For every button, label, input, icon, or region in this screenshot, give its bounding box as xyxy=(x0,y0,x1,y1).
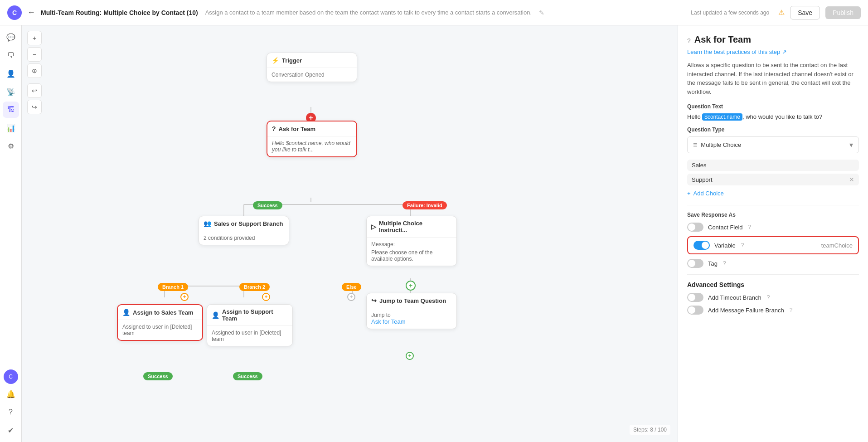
ask-team-label: Ask for Team xyxy=(279,126,315,132)
failure-badge: Failure: Invalid xyxy=(402,201,447,209)
contact-field-label: Contact Field xyxy=(708,224,743,231)
variable-toggle[interactable] xyxy=(693,241,710,250)
sidebar-icon-broadcasts[interactable]: 📡 xyxy=(3,83,19,100)
add-choice-button[interactable]: + Add Choice xyxy=(687,188,724,199)
back-button[interactable]: ← xyxy=(27,8,35,17)
sidebar-icon-conversations[interactable]: 💬 xyxy=(3,29,19,45)
sidebar-icon-notifications[interactable]: 🔔 xyxy=(3,386,19,402)
sidebar-icon-reports[interactable]: 📊 xyxy=(3,120,19,136)
variable-help-icon[interactable]: ? xyxy=(741,242,744,248)
branch2-badge: Branch 2 xyxy=(239,282,270,291)
redo-button[interactable]: ↪ xyxy=(27,100,42,114)
success-badge-support: Success xyxy=(233,372,262,380)
assign-sales-header: 👤 Assign to Sales Team xyxy=(118,305,202,320)
jump-team-link[interactable]: Ask for Team xyxy=(371,318,406,325)
trigger-label: Trigger xyxy=(282,57,302,64)
publish-button[interactable]: Publish xyxy=(825,6,861,19)
failure-branch-row: Add Message Failure Branch ? xyxy=(687,306,859,315)
add-branch1-node[interactable]: + xyxy=(180,293,189,301)
failure-label: Add Message Failure Branch xyxy=(708,307,784,314)
sales-branch-header: 👥 Sales or Support Branch xyxy=(199,216,289,231)
question-type-label: Question Type xyxy=(687,126,859,133)
warning-icon: ⚠ xyxy=(778,8,785,17)
contact-field-help-icon[interactable]: ? xyxy=(748,224,752,230)
best-practices-link[interactable]: Learn the best practices of this step ↗ xyxy=(687,49,859,55)
assign-support-label: Assign to Support Team xyxy=(222,308,288,322)
advanced-settings-label: Advanced Settings xyxy=(687,281,859,288)
assign-support-node[interactable]: 👤 Assign to Support Team Assigned to use… xyxy=(207,304,293,346)
chevron-down-icon: ▾ xyxy=(849,141,853,149)
assign-sales-body: Assigned to user in [Deleted] team xyxy=(118,320,202,340)
timeout-toggle[interactable] xyxy=(687,293,703,302)
question-type-select[interactable]: ≡ Multiple Choice ▾ xyxy=(687,136,859,153)
multiple-choice-node[interactable]: ▷ Multiple Choice Instructi... Message: … xyxy=(366,216,457,266)
assign-sales-node[interactable]: 👤 Assign to Sales Team Assigned to user … xyxy=(117,304,203,341)
question-suffix: , who would you like to talk to? xyxy=(742,113,822,120)
panel-help-icon[interactable]: ? xyxy=(687,37,691,44)
jump-team-node[interactable]: ↪ Jump to Team Question Jump to Ask for … xyxy=(366,293,457,329)
choice-support[interactable]: Support ✕ xyxy=(687,174,859,185)
edit-title-button[interactable]: ✎ xyxy=(539,9,544,16)
delete-choice-support[interactable]: ✕ xyxy=(849,176,854,183)
undo-button[interactable]: ↩ xyxy=(27,83,42,98)
contact-field-toggle[interactable] xyxy=(687,223,703,232)
choice-sales[interactable]: Sales xyxy=(687,160,859,171)
failure-toggle[interactable] xyxy=(687,306,703,315)
add-branch2-node[interactable]: + xyxy=(262,293,270,301)
choice-sales-label: Sales xyxy=(692,162,707,169)
trigger-icon: ⚡ xyxy=(272,57,279,64)
divider-2 xyxy=(687,274,859,275)
ask-team-body: Hello $contact.name, who would you like … xyxy=(267,136,356,156)
question-text-label: Question Text xyxy=(687,103,859,110)
jump-team-body: Jump to Ask for Team xyxy=(367,308,456,329)
timeout-help-icon[interactable]: ? xyxy=(767,294,770,301)
user-avatar[interactable]: C xyxy=(4,369,18,384)
jump-team-header: ↪ Jump to Team Question xyxy=(367,293,456,308)
save-response-label: Save Response As xyxy=(687,212,859,218)
tag-label: Tag xyxy=(708,260,718,267)
trigger-node: ⚡ Trigger Conversation Opened xyxy=(267,53,357,82)
add-else-node[interactable]: + xyxy=(347,293,355,301)
variable-row: Variable ? teamChoice xyxy=(687,236,859,254)
zoom-in-button[interactable]: + xyxy=(27,31,42,45)
trigger-node-header: ⚡ Trigger xyxy=(267,53,357,68)
sidebar-icon-contacts[interactable]: 👤 xyxy=(3,65,19,82)
canvas-tools: + − ⊕ ↩ ↪ xyxy=(27,31,42,114)
assign-support-icon: 👤 xyxy=(212,311,219,319)
else-badge: Else xyxy=(342,282,361,291)
assign-sales-icon: 👤 xyxy=(122,309,130,316)
external-link-icon: ↗ xyxy=(782,49,787,55)
left-sidebar: 💬 🗨 👤 📡 🏗 📊 ⚙ C 🔔 ? ✔ xyxy=(0,25,22,442)
ask-team-icon: ? xyxy=(272,125,276,132)
ask-team-node[interactable]: ? Ask for Team Hello $contact.name, who … xyxy=(267,121,357,157)
zoom-out-button[interactable]: − xyxy=(27,47,42,62)
tag-help-icon[interactable]: ? xyxy=(723,260,726,267)
jump-team-icon: ↪ xyxy=(371,297,377,304)
failure-help-icon[interactable]: ? xyxy=(790,307,793,313)
sidebar-icon-chat[interactable]: 🗨 xyxy=(3,47,19,63)
contact-field-row: Contact Field ? xyxy=(687,223,859,232)
question-type-icon: ≡ xyxy=(693,141,697,149)
sales-branch-node[interactable]: 👥 Sales or Support Branch 2 conditions p… xyxy=(199,216,289,245)
save-button[interactable]: Save xyxy=(790,6,820,19)
sidebar-icon-check[interactable]: ✔ xyxy=(3,422,19,438)
multiple-choice-header: ▷ Multiple Choice Instructi... xyxy=(367,216,456,238)
sidebar-icon-help[interactable]: ? xyxy=(3,404,19,420)
sidebar-divider xyxy=(5,158,17,158)
sidebar-icon-settings[interactable]: ⚙ xyxy=(3,138,19,154)
add-after-multiple-choice[interactable]: + xyxy=(406,281,416,291)
link-text: Learn the best practices of this step xyxy=(687,49,780,55)
right-panel: ? Ask for Team Learn the best practices … xyxy=(678,25,868,442)
add-after-jump[interactable]: + xyxy=(406,352,414,360)
tag-toggle[interactable] xyxy=(687,259,703,268)
flow-canvas[interactable]: + − ⊕ ↩ ↪ xyxy=(22,25,678,442)
multiple-choice-icon: ▷ xyxy=(371,223,376,230)
workflow-title: Multi-Team Routing: Multiple Choice by C… xyxy=(41,9,198,16)
branch-icon: 👥 xyxy=(204,220,211,227)
sidebar-icon-workflows[interactable]: 🏗 xyxy=(3,102,19,118)
fit-button[interactable]: ⊕ xyxy=(27,63,42,78)
app-logo: C xyxy=(7,5,22,20)
assign-sales-label: Assign to Sales Team xyxy=(133,309,193,316)
success-badge: Success xyxy=(253,201,282,209)
timeout-branch-row: Add Timeout Branch ? xyxy=(687,293,859,302)
